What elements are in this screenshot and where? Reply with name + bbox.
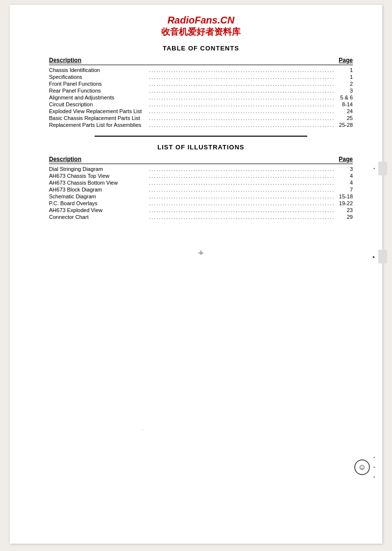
table-row: Front Panel Functions...................… [49, 81, 353, 87]
row-label: AH673 Chassis Top View [49, 173, 147, 179]
table-row: AH673 Chassis Bottom View...............… [49, 180, 353, 186]
corner-icon: ☺ [354, 459, 370, 475]
row-dots: ........................................… [149, 207, 334, 213]
toc-description-label: Description [49, 57, 81, 64]
row-label: P.C. Board Overlays [49, 200, 147, 206]
row-label: Front Panel Functions [49, 81, 147, 87]
table-row: AH673 Block Diagram.....................… [49, 187, 353, 192]
row-label: Replacement Parts List for Assemblies [49, 122, 147, 128]
row-label: AH673 Chassis Bottom View [49, 180, 147, 186]
table-row: Schematic Diagram.......................… [49, 193, 353, 199]
row-dots: ........................................… [149, 166, 334, 172]
row-page: 4 [336, 180, 353, 186]
row-label: Schematic Diagram [49, 193, 147, 199]
row-page: 1 [336, 67, 353, 73]
site-header: RadioFans.CN 收音机爱好者资料库 [49, 15, 353, 38]
row-page: 8-14 [336, 101, 353, 107]
row-dots: ........................................… [149, 88, 334, 94]
side-dot-2: ▸ [373, 255, 375, 259]
corner-face-icon: ☺ [358, 463, 366, 472]
row-dots: ........................................… [149, 180, 334, 186]
row-label: Exploded View Replacement Parts List [49, 108, 147, 114]
row-label: Basic Chassis Replacement Parts List [49, 115, 147, 121]
table-row: Chassis Identification..................… [49, 67, 353, 73]
site-subtitle: 收音机爱好者资料库 [49, 26, 353, 38]
row-dots: ........................................… [149, 122, 334, 128]
table-row: Rear Panel Functions....................… [49, 88, 353, 94]
row-page: 2 [336, 81, 353, 87]
row-label: Specifications [49, 74, 147, 80]
row-dots: ........................................… [149, 214, 334, 220]
row-label: Alignment and Adjustments [49, 95, 147, 100]
table-row: AH673 Chassis Top View..................… [49, 173, 353, 179]
side-dot-1: • [373, 167, 375, 171]
toc-page-label: Page [339, 57, 353, 64]
row-page: 3 [336, 166, 353, 172]
row-label: Chassis Identification [49, 67, 147, 73]
table-row: AH673 Exploded View.....................… [49, 207, 353, 213]
table-row: Basic Chassis Replacement Parts List....… [49, 115, 353, 121]
row-page: 4 [336, 173, 353, 179]
row-dots: ........................................… [149, 115, 334, 121]
toc-header: Description Page [49, 57, 353, 65]
row-page: 7 [336, 187, 353, 192]
side-dot-4: • [373, 455, 375, 460]
illustrations-page-label: Page [339, 156, 353, 163]
right-tab-2 [378, 250, 387, 264]
row-dots: ........................................… [149, 173, 334, 179]
right-tab-1 [378, 162, 387, 175]
row-dots: ........................................… [149, 101, 334, 107]
row-page: 29 [336, 214, 353, 220]
row-page: 15-18 [336, 193, 353, 199]
toc-title: TABLE OF CONTENTS [49, 45, 353, 52]
toc-table: Chassis Identification..................… [49, 67, 353, 128]
table-row: Alignment and Adjustments...............… [49, 95, 353, 100]
side-dot-5: • [373, 465, 375, 470]
row-page: 3 [336, 88, 353, 94]
row-dots: ........................................… [149, 67, 334, 73]
illustrations-table: Dial Stringing Diagram..................… [49, 166, 353, 220]
row-dots: ........................................… [149, 193, 334, 199]
row-label: Rear Panel Functions [49, 88, 147, 94]
row-label: Connector Chart [49, 214, 147, 220]
row-label: AH673 Block Diagram [49, 187, 147, 192]
document-page: RadioFans.CN 收音机爱好者资料库 TABLE OF CONTENTS… [10, 5, 382, 544]
site-name: RadioFans.CN [49, 15, 353, 26]
illustrations-header: Description Page [49, 156, 353, 164]
row-dots: ........................................… [149, 200, 334, 206]
row-dots: ........................................… [149, 108, 334, 114]
decoration-dot: . [142, 427, 143, 431]
row-page: 24 [336, 108, 353, 114]
row-dots: ........................................… [149, 74, 334, 80]
footer-marker: -i- [49, 249, 353, 256]
side-dot-6: • [373, 475, 375, 479]
row-page: 25-28 [336, 122, 353, 128]
illustrations-description-label: Description [49, 156, 81, 163]
illustrations-title: LIST OF ILLUSTRATIONS [49, 144, 353, 151]
row-page: 5 & 6 [336, 95, 353, 100]
table-row: Replacement Parts List for Assemblies...… [49, 122, 353, 128]
row-label: Dial Stringing Diagram [49, 166, 147, 172]
table-row: Connector Chart.........................… [49, 214, 353, 220]
section-divider [95, 136, 307, 137]
table-row: Dial Stringing Diagram..................… [49, 166, 353, 172]
row-dots: ........................................… [149, 81, 334, 87]
row-dots: ........................................… [149, 95, 334, 100]
table-row: Exploded View Replacement Parts List....… [49, 108, 353, 114]
row-page: 19-22 [336, 200, 353, 206]
table-row: Specifications..........................… [49, 74, 353, 80]
table-row: Circuit Description.....................… [49, 101, 353, 107]
row-page: 1 [336, 74, 353, 80]
table-row: P.C. Board Overlays.....................… [49, 200, 353, 206]
row-label: Circuit Description [49, 101, 147, 107]
row-dots: ........................................… [149, 187, 334, 192]
row-page: 25 [336, 115, 353, 121]
row-label: AH673 Exploded View [49, 207, 147, 213]
row-page: 23 [336, 207, 353, 213]
